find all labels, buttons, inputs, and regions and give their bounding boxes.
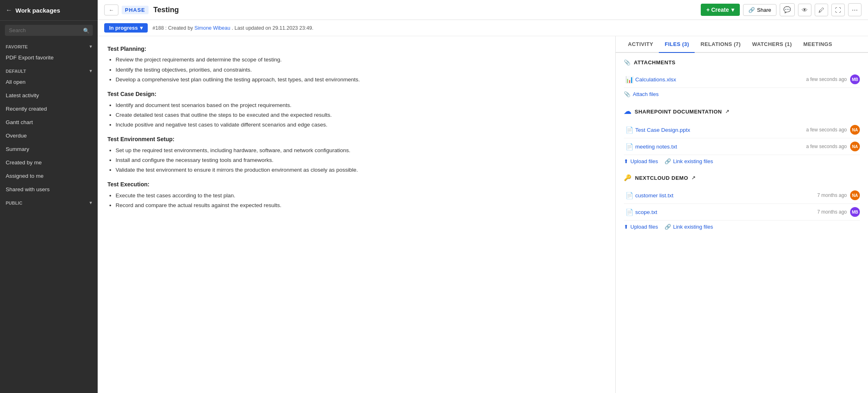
desc-list-item: Develop a comprehensive test plan outlin… xyxy=(116,76,606,84)
sidebar: ← Work packages 🔍 FAVORITE▾PDF Export fa… xyxy=(0,0,98,393)
upload-link[interactable]: ⬆ Upload files xyxy=(624,158,658,164)
edit-icon-button[interactable]: 🖊 xyxy=(815,4,828,16)
tab-activity[interactable]: ACTIVITY xyxy=(622,36,659,53)
file-icon: 📄 xyxy=(624,208,635,216)
sidebar-item-overdue[interactable]: Overdue xyxy=(0,129,98,142)
file-name-scope-txt[interactable]: scope.txt xyxy=(635,209,817,215)
link-existing-link[interactable]: 🔗 Link existing files xyxy=(665,224,713,230)
desc-section-title: Test Planning: xyxy=(107,44,606,53)
file-row-test-case-design-pptx: 📄 Test Case Design.pptx a few seconds ag… xyxy=(624,122,860,138)
status-badge[interactable]: In progress ▾ xyxy=(104,23,148,33)
top-bar: ← PHASE Testing + Create ▾ 🔗 Share 💬 👁 🖊… xyxy=(98,0,868,20)
work-title: Testing xyxy=(153,6,179,14)
sidebar-item-summary[interactable]: Summary xyxy=(0,142,98,156)
creator-link[interactable]: Simone Wibeau xyxy=(195,25,230,31)
status-bar: In progress ▾ #188 : Created by Simone W… xyxy=(98,20,868,36)
desc-section-list: Review the project requirements and dete… xyxy=(107,56,606,84)
file-avatar-meeting-notes-txt: NA xyxy=(850,142,860,151)
sidebar-section-public: PUBLIC▾ xyxy=(0,196,98,207)
search-input[interactable] xyxy=(5,25,93,36)
comments-icon-button[interactable]: 💬 xyxy=(780,3,795,16)
sidebar-header: ← Work packages xyxy=(0,0,98,21)
file-time-scope-txt: 7 months ago xyxy=(817,209,847,215)
create-button[interactable]: + Create ▾ xyxy=(701,4,740,16)
file-name-meeting-notes-txt[interactable]: meeting notes.txt xyxy=(635,144,806,150)
file-avatar-test-case-design-pptx: NA xyxy=(850,125,860,135)
sidebar-item-gantt-chart[interactable]: Gantt chart xyxy=(0,116,98,129)
paperclip-icon: 📎 xyxy=(624,59,631,66)
file-row-customer-list-txt: 📄 customer list.txt 7 months ago NA xyxy=(624,187,860,204)
file-name-calculations-xlsx[interactable]: Calculations.xlsx xyxy=(635,76,806,83)
desc-list-item: Set up the required test environments, i… xyxy=(116,146,606,155)
status-label: In progress xyxy=(109,25,138,31)
created-text: : Created by xyxy=(165,25,193,31)
desc-list-item: Record and compare the actual results ag… xyxy=(116,201,606,210)
attachments-section-title: 📎ATTACHMENTS xyxy=(624,59,860,66)
external-link-icon: ↗ xyxy=(725,109,730,114)
desc-section-title: Test Environment Setup: xyxy=(107,135,606,144)
file-avatar-customer-list-txt: NA xyxy=(850,190,860,200)
upload-link[interactable]: ⬆ Upload files xyxy=(624,224,658,230)
nextcloud-section-label: NEXTCLOUD DEMO xyxy=(635,175,689,181)
file-icon: 📄 xyxy=(624,126,635,134)
updated-text: . Last updated on 29.11.2023 23:49. xyxy=(232,25,313,31)
sidebar-item-assigned-to-me[interactable]: Assigned to me xyxy=(0,169,98,183)
file-avatar-scope-txt: MB xyxy=(850,207,860,217)
file-time-calculations-xlsx: a few seconds ago xyxy=(806,76,847,82)
file-row-meeting-notes-txt: 📄 meeting notes.txt a few seconds ago NA xyxy=(624,138,860,155)
issue-number: #188 xyxy=(153,25,164,31)
file-icon: 📊 xyxy=(624,76,635,83)
share-button[interactable]: 🔗 Share xyxy=(743,4,776,16)
attach-files-link[interactable]: 📎Attach files xyxy=(624,88,860,99)
link-existing-link[interactable]: 🔗 Link existing files xyxy=(665,158,713,164)
sidebar-item-recently-created[interactable]: Recently created xyxy=(0,102,98,116)
file-row-scope-txt: 📄 scope.txt 7 months ago MB xyxy=(624,204,860,221)
desc-section-title: Test Case Design: xyxy=(107,90,606,98)
file-icon: 📄 xyxy=(624,143,635,151)
desc-list-item: Identify the testing objectives, priorit… xyxy=(116,66,606,74)
link-icon: 🔗 xyxy=(665,224,671,230)
watch-icon-button[interactable]: 👁 xyxy=(798,4,811,16)
create-label: + Create xyxy=(706,7,729,13)
status-info: #188 : Created by Simone Wibeau . Last u… xyxy=(153,25,313,31)
sidebar-item-created-by-me[interactable]: Created by me xyxy=(0,156,98,169)
sidebar-search-area: 🔍 xyxy=(0,21,98,40)
file-icon: 📄 xyxy=(624,192,635,199)
sidebar-section-favorite: FAVORITE▾ xyxy=(0,40,98,51)
main-panel: ← PHASE Testing + Create ▾ 🔗 Share 💬 👁 🖊… xyxy=(98,0,868,393)
tab-watchers[interactable]: WATCHERS (1) xyxy=(746,36,798,53)
create-dropdown-icon: ▾ xyxy=(731,7,734,13)
sidebar-item-latest-activity[interactable]: Latest activity xyxy=(0,89,98,102)
upload-icon: ⬆ xyxy=(624,224,628,230)
back-button[interactable]: ← xyxy=(104,4,118,15)
file-name-test-case-design-pptx[interactable]: Test Case Design.pptx xyxy=(635,127,806,133)
tabs-bar: ACTIVITYFILES (3)RELATIONS (7)WATCHERS (… xyxy=(616,36,868,53)
cloud-icon: ☁ xyxy=(624,107,632,116)
desc-section-list: Set up the required test environments, i… xyxy=(107,146,606,175)
desc-section-title: Test Execution: xyxy=(107,180,606,189)
fullscreen-icon-button[interactable]: ⛶ xyxy=(831,4,845,16)
tab-files[interactable]: FILES (3) xyxy=(659,36,695,53)
sidebar-item-all-open[interactable]: All open xyxy=(0,75,98,89)
search-icon: 🔍 xyxy=(83,27,90,33)
files-panel: 📎ATTACHMENTS 📊 Calculations.xlsx a few s… xyxy=(616,53,868,393)
sharepoint-section-label: SHAREPOINT DOCUMENTATION xyxy=(635,109,722,115)
toolbar-right: + Create ▾ 🔗 Share 💬 👁 🖊 ⛶ ⋯ xyxy=(701,3,861,16)
sidebar-item-shared-with-users[interactable]: Shared with users xyxy=(0,183,98,196)
nextcloud-section: 🔑NEXTCLOUD DEMO↗ 📄 customer list.txt 7 m… xyxy=(624,174,860,231)
attach-icon: 📎 xyxy=(624,91,630,97)
attachments-section-label: ATTACHMENTS xyxy=(634,59,676,66)
file-name-customer-list-txt[interactable]: customer list.txt xyxy=(635,192,817,199)
desc-section-list: Execute the test cases according to the … xyxy=(107,192,606,210)
description-panel: Test Planning:Review the project require… xyxy=(98,36,616,393)
share-icon: 🔗 xyxy=(748,7,755,13)
desc-list-item: Install and configure the necessary test… xyxy=(116,156,606,164)
desc-list-item: Identify and document test scenarios bas… xyxy=(116,101,606,109)
sidebar-item-pdf-export-favorite[interactable]: PDF Export favorite xyxy=(0,51,98,64)
desc-list-item: Create detailed test cases that outline … xyxy=(116,111,606,119)
tab-relations[interactable]: RELATIONS (7) xyxy=(695,36,746,53)
back-icon[interactable]: ← xyxy=(6,7,12,14)
tab-meetings[interactable]: MEETINGS xyxy=(798,36,838,53)
right-panel: ACTIVITYFILES (3)RELATIONS (7)WATCHERS (… xyxy=(616,36,868,393)
more-icon-button[interactable]: ⋯ xyxy=(848,3,861,16)
